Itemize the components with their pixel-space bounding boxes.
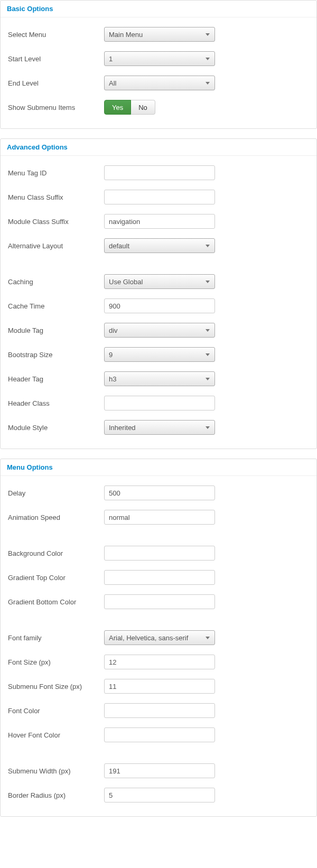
animation-speed-row: Animation Speed (8, 510, 309, 525)
font-color-row: Font Color (8, 703, 309, 718)
delay-row: Delay (8, 486, 309, 500)
end-level-select[interactable]: All (104, 76, 215, 90)
menu-class-suffix-row: Menu Class Suffix (8, 190, 309, 204)
cache-time-label: Cache Time (8, 302, 104, 310)
gradient-top-row: Gradient Top Color (8, 570, 309, 585)
header-tag-row: Header Tag h3 (8, 371, 309, 386)
caching-select[interactable]: Use Global (104, 274, 215, 289)
gradient-top-label: Gradient Top Color (8, 574, 104, 582)
font-color-label: Font Color (8, 707, 104, 715)
gradient-top-input[interactable] (104, 570, 215, 585)
border-radius-row: Border Radius (px) (8, 788, 309, 802)
font-family-row: Font family Arial, Helvetica, sans-serif (8, 630, 309, 645)
start-level-select[interactable]: 1 (104, 51, 215, 66)
animation-speed-label: Animation Speed (8, 514, 104, 521)
module-style-label: Module Style (8, 424, 104, 432)
hover-font-color-label: Hover Font Color (8, 731, 104, 739)
advanced-options-title[interactable]: Advanced Options (1, 139, 316, 156)
menu-options-title[interactable]: Menu Options (1, 459, 316, 476)
font-size-label: Font Size (px) (8, 658, 104, 666)
background-color-label: Background Color (8, 549, 104, 557)
font-family-select[interactable]: Arial, Helvetica, sans-serif (104, 630, 215, 645)
font-color-input[interactable] (104, 703, 215, 718)
menu-options-panel: Menu Options Delay Animation Speed Backg… (0, 459, 317, 817)
start-level-label: Start Level (8, 55, 104, 63)
submenu-width-label: Submenu Width (px) (8, 767, 104, 775)
header-class-row: Header Class (8, 396, 309, 410)
module-style-select[interactable]: Inherited (104, 420, 215, 435)
hover-font-color-input[interactable] (104, 727, 215, 742)
gradient-bottom-input[interactable] (104, 594, 215, 609)
module-class-suffix-label: Module Class Suffix (8, 218, 104, 226)
bootstrap-size-select[interactable]: 9 (104, 347, 215, 362)
menu-class-suffix-label: Menu Class Suffix (8, 193, 104, 201)
select-menu-row: Select Menu Main Menu (8, 27, 309, 42)
start-level-row: Start Level 1 (8, 51, 309, 66)
border-radius-label: Border Radius (px) (8, 791, 104, 799)
background-color-input[interactable] (104, 546, 215, 561)
end-level-row: End Level All (8, 76, 309, 90)
cache-time-row: Cache Time (8, 298, 309, 313)
module-tag-select[interactable]: div (104, 323, 215, 338)
module-class-suffix-row: Module Class Suffix (8, 214, 309, 229)
header-class-label: Header Class (8, 399, 104, 407)
module-style-row: Module Style Inherited (8, 420, 309, 435)
alternative-layout-label: Alternative Layout (8, 242, 104, 250)
submenu-width-input[interactable] (104, 763, 215, 778)
header-class-input[interactable] (104, 396, 215, 410)
alternative-layout-row: Alternative Layout default (8, 238, 309, 253)
caching-label: Caching (8, 278, 104, 286)
header-tag-label: Header Tag (8, 375, 104, 383)
background-color-row: Background Color (8, 546, 309, 561)
basic-options-body: Select Menu Main Menu Start Level 1 End … (1, 17, 316, 128)
delay-label: Delay (8, 489, 104, 497)
submenu-font-size-label: Submenu Font Size (px) (8, 683, 104, 690)
delay-input[interactable] (104, 486, 215, 500)
font-size-row: Font Size (px) (8, 655, 309, 669)
alternative-layout-select[interactable]: default (104, 238, 215, 253)
show-submenu-no-button[interactable]: No (131, 100, 155, 115)
menu-class-suffix-input[interactable] (104, 190, 215, 204)
submenu-font-size-row: Submenu Font Size (px) (8, 679, 309, 694)
basic-options-title[interactable]: Basic Options (1, 1, 316, 17)
module-class-suffix-input[interactable] (104, 214, 215, 229)
hover-font-color-row: Hover Font Color (8, 727, 309, 742)
caching-row: Caching Use Global (8, 274, 309, 289)
module-tag-label: Module Tag (8, 326, 104, 334)
border-radius-input[interactable] (104, 788, 215, 802)
bootstrap-size-label: Bootstrap Size (8, 351, 104, 359)
module-tag-row: Module Tag div (8, 323, 309, 338)
show-submenu-toggle: Yes No (104, 100, 155, 115)
show-submenu-row: Show Submenu Items Yes No (8, 100, 309, 115)
font-family-label: Font family (8, 634, 104, 642)
basic-options-panel: Basic Options Select Menu Main Menu Star… (0, 0, 317, 129)
show-submenu-label: Show Submenu Items (8, 104, 104, 111)
cache-time-input[interactable] (104, 298, 215, 313)
gradient-bottom-label: Gradient Bottom Color (8, 598, 104, 606)
advanced-options-body: Menu Tag ID Menu Class Suffix Module Cla… (1, 156, 316, 449)
header-tag-select[interactable]: h3 (104, 371, 215, 386)
advanced-options-panel: Advanced Options Menu Tag ID Menu Class … (0, 138, 317, 449)
font-size-input[interactable] (104, 655, 215, 669)
menu-tag-id-input[interactable] (104, 165, 215, 180)
submenu-width-row: Submenu Width (px) (8, 763, 309, 778)
bootstrap-size-row: Bootstrap Size 9 (8, 347, 309, 362)
menu-tag-id-row: Menu Tag ID (8, 165, 309, 180)
animation-speed-input[interactable] (104, 510, 215, 525)
select-menu-select[interactable]: Main Menu (104, 27, 215, 42)
submenu-font-size-input[interactable] (104, 679, 215, 694)
select-menu-label: Select Menu (8, 31, 104, 39)
menu-options-body: Delay Animation Speed Background Color G… (1, 476, 316, 816)
gradient-bottom-row: Gradient Bottom Color (8, 594, 309, 609)
end-level-label: End Level (8, 79, 104, 87)
menu-tag-id-label: Menu Tag ID (8, 169, 104, 177)
show-submenu-yes-button[interactable]: Yes (104, 100, 131, 115)
